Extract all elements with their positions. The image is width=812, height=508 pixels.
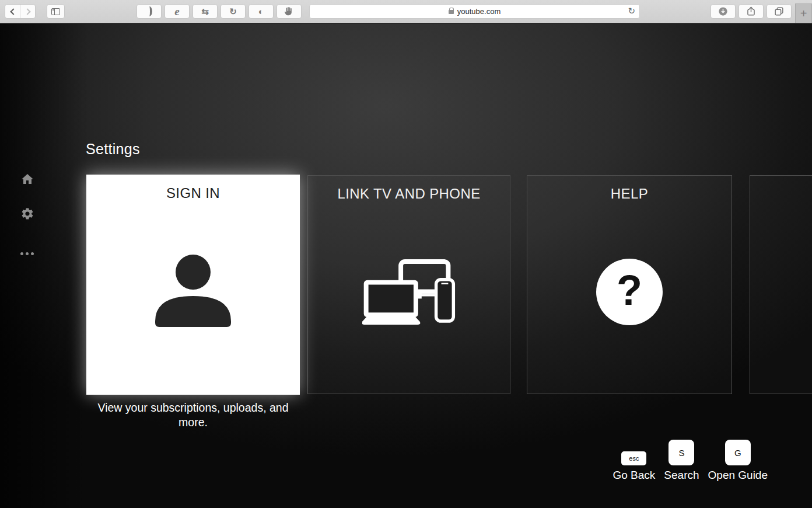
card-help-label: HELP — [527, 186, 732, 202]
crescent-extension-button[interactable] — [136, 4, 162, 19]
shortcut-go-back-label: Go Back — [612, 469, 655, 482]
swap-arrows-extension-button[interactable]: ⇆ — [192, 4, 218, 19]
tab-overview-button[interactable] — [766, 4, 792, 19]
tabs-icon — [774, 6, 785, 17]
card-help[interactable]: HELP ? — [527, 175, 732, 394]
address-bar[interactable]: youtube.com ↻ — [309, 4, 640, 19]
back-button[interactable] — [5, 5, 20, 18]
swap-arrows-icon: ⇆ — [201, 6, 209, 17]
hand-blocker-extension-button[interactable] — [276, 4, 302, 19]
person-icon — [155, 255, 232, 327]
g-keycap: G — [725, 440, 751, 465]
explorer-icon: e — [174, 5, 179, 18]
dot — [20, 252, 23, 255]
esc-keycap: esc — [621, 451, 646, 465]
reload-button[interactable]: ↻ — [628, 6, 635, 16]
question-mark-icon: ? — [596, 259, 663, 325]
sync-circle-extension-button[interactable]: ↻ — [220, 4, 246, 19]
youtube-tv-page: Settings SIGN IN LINK TV AND PHONE HELP … — [0, 24, 812, 508]
shortcut-hints: esc Go Back S Search G Open Guide — [612, 440, 768, 482]
nav-button-group — [5, 4, 36, 19]
download-icon — [718, 6, 729, 17]
sidebar-shade — [0, 24, 88, 508]
sync-circle-icon: ↻ — [229, 6, 237, 17]
dot — [26, 252, 29, 255]
shortcut-search-label: Search — [664, 469, 699, 482]
chevron-left-icon — [10, 8, 16, 15]
forward-button[interactable] — [20, 5, 35, 18]
question-glyph: ? — [617, 266, 642, 318]
chevron-right-icon — [24, 8, 30, 15]
profile-circle-icon: ◐ — [258, 6, 264, 16]
home-icon[interactable] — [20, 172, 34, 186]
shortcut-go-back[interactable]: esc Go Back — [612, 451, 655, 482]
hand-icon — [284, 6, 295, 17]
card-sign-in-label: SIGN IN — [86, 185, 300, 201]
lock-icon — [449, 10, 454, 14]
downloads-button[interactable] — [710, 4, 736, 19]
card-link-tv-and-phone[interactable]: LINK TV AND PHONE — [307, 175, 510, 394]
s-keycap: S — [668, 440, 694, 465]
shortcut-search[interactable]: S Search — [664, 440, 699, 482]
sidebar-toggle-button[interactable] — [47, 4, 65, 19]
sidebar-icon — [51, 8, 60, 15]
share-button[interactable] — [738, 4, 764, 19]
sign-in-description: View your subscriptions, uploads, and mo… — [94, 401, 292, 430]
profile-circle-extension-button[interactable]: ◐ — [249, 4, 274, 19]
dot — [31, 252, 34, 255]
shortcut-open-guide-label: Open Guide — [708, 469, 768, 482]
devices-icon — [362, 259, 456, 325]
browser-toolbar: e ⇆ ↻ ◐ youtube.com ↻ + — [0, 0, 812, 23]
explorer-extension-button[interactable]: e — [164, 4, 190, 19]
page-title: Settings — [86, 141, 140, 158]
share-icon — [746, 6, 757, 17]
card-link-label: LINK TV AND PHONE — [308, 186, 510, 202]
card-sign-in[interactable]: SIGN IN — [86, 175, 300, 395]
shortcut-open-guide[interactable]: G Open Guide — [708, 440, 768, 482]
more-options-icon[interactable] — [20, 250, 34, 256]
gear-icon[interactable] — [20, 207, 34, 221]
url-text: youtube.com — [457, 7, 501, 16]
card-partial[interactable] — [750, 175, 812, 394]
crescent-icon — [146, 6, 152, 16]
new-tab-button[interactable]: + — [795, 4, 812, 23]
